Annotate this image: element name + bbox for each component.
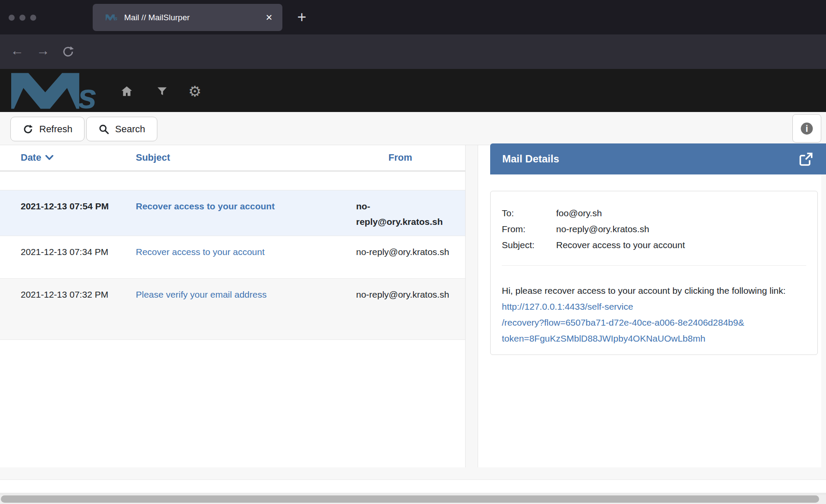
mailslurper-logo: s xyxy=(11,72,104,110)
info-button[interactable]: i xyxy=(792,114,821,143)
svg-text:s: s xyxy=(115,16,118,21)
subject-value: Recover access to your account xyxy=(556,237,685,253)
card-divider xyxy=(502,265,806,266)
mail-subject-link[interactable]: Please verify your email address xyxy=(136,287,343,302)
column-header-date[interactable]: Date xyxy=(21,152,53,163)
mail-body-text: Hi, please recover access to your accoun… xyxy=(502,286,785,296)
to-value: foo@ory.sh xyxy=(556,205,602,221)
footer-band xyxy=(0,479,826,493)
mail-date: 2021-12-13 07:54 PM xyxy=(21,199,115,214)
mailslurper-header: s ⚙ xyxy=(0,69,826,112)
browser-tab-strip: s Mail // MailSlurper × + xyxy=(0,0,826,34)
mail-from: no-reply@ory.kratos.sh xyxy=(356,199,456,230)
column-header-from[interactable]: From xyxy=(388,152,412,163)
mail-details-card: To: foo@ory.sh From: no-reply@ory.kratos… xyxy=(490,191,818,355)
meta-subject-row: Subject: Recover access to your account xyxy=(502,237,806,253)
refresh-icon xyxy=(22,124,34,135)
tab-title: Mail // MailSlurper xyxy=(124,13,255,22)
scrollbar-thumb[interactable] xyxy=(1,495,819,503)
home-icon[interactable] xyxy=(117,84,136,99)
search-icon xyxy=(98,124,110,135)
empty-row xyxy=(0,171,465,190)
mail-details-title: Mail Details xyxy=(502,153,559,165)
window-button-minimize[interactable] xyxy=(19,15,25,21)
recovery-link[interactable]: http://127.0.0.1:4433/self-service/recov… xyxy=(502,302,806,346)
window-button-maximize[interactable] xyxy=(30,15,36,21)
sort-chevron-down-icon xyxy=(45,155,53,160)
mail-from: no-reply@ory.kratos.sh xyxy=(356,244,456,260)
mail-row[interactable]: 2021-12-13 07:32 PM Please verify your e… xyxy=(0,279,465,340)
forward-icon[interactable]: → xyxy=(34,43,52,59)
svg-text:i: i xyxy=(805,123,808,134)
column-header-subject[interactable]: Subject xyxy=(136,152,170,163)
search-button[interactable]: Search xyxy=(86,117,157,141)
meta-to-row: To: foo@ory.sh xyxy=(502,205,806,221)
app-toolbar: Refresh Search i xyxy=(0,112,826,145)
mail-from: no-reply@ory.kratos.sh xyxy=(356,287,456,302)
svg-text:s: s xyxy=(78,77,97,110)
reload-icon[interactable] xyxy=(61,45,75,60)
subject-label: Subject: xyxy=(502,237,556,253)
mail-details-header: Mail Details xyxy=(490,143,826,174)
mail-row[interactable]: 2021-12-13 07:34 PM Recover access to yo… xyxy=(0,236,465,279)
new-tab-button[interactable]: + xyxy=(292,8,311,27)
to-label: To: xyxy=(502,205,556,221)
mail-subject-link[interactable]: Recover access to your account xyxy=(136,244,343,260)
browser-nav-toolbar: ← → 127.0.0.1:4436/# 90% » xyxy=(0,34,826,69)
settings-gear-icon[interactable]: ⚙ xyxy=(185,84,204,99)
mail-row-selected[interactable]: 2021-12-13 07:54 PM Recover access to yo… xyxy=(0,190,465,236)
open-external-icon[interactable] xyxy=(798,151,814,167)
mail-list-header: Date Subject From xyxy=(0,145,465,171)
from-value: no-reply@ory.kratos.sh xyxy=(556,221,649,237)
refresh-button[interactable]: Refresh xyxy=(10,117,84,141)
mail-body: Hi, please recover access to your accoun… xyxy=(502,283,806,346)
mail-date: 2021-12-13 07:32 PM xyxy=(21,287,115,302)
browser-tab[interactable]: s Mail // MailSlurper × xyxy=(93,4,282,31)
from-label: From: xyxy=(502,221,556,237)
mail-subject-link[interactable]: Recover access to your account xyxy=(136,199,343,214)
refresh-label: Refresh xyxy=(39,124,72,135)
window-button-close[interactable] xyxy=(9,15,15,21)
search-label: Search xyxy=(115,124,145,135)
info-icon: i xyxy=(800,121,814,136)
mail-list-panel: Date Subject From 2021-12-13 07:54 PM Re… xyxy=(0,145,466,467)
mail-date: 2021-12-13 07:34 PM xyxy=(21,244,115,260)
meta-from-row: From: no-reply@ory.kratos.sh xyxy=(502,221,806,237)
back-icon[interactable]: ← xyxy=(9,43,26,59)
tab-close-icon[interactable]: × xyxy=(262,10,276,25)
horizontal-scrollbar[interactable] xyxy=(0,494,826,504)
filter-icon[interactable] xyxy=(153,84,172,99)
screen: s Mail // MailSlurper × + ← → 127.0.0.1:… xyxy=(0,0,826,504)
tab-favicon-mailslurper-icon: s xyxy=(106,14,118,21)
